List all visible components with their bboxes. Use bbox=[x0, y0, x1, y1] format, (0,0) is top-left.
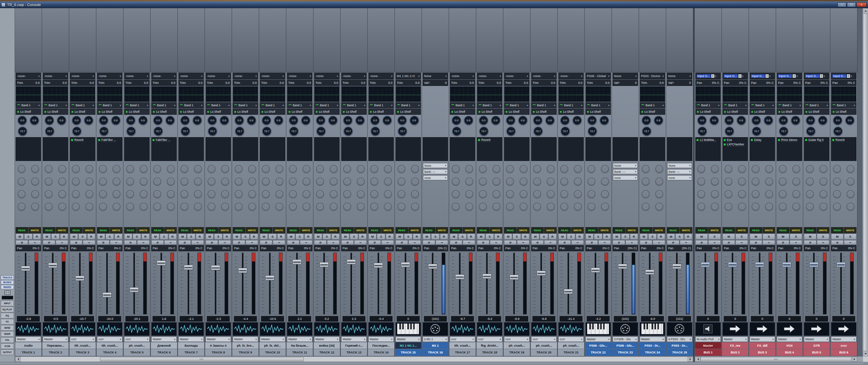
channel-name[interactable]: M1 1 bbox=[422, 342, 448, 349]
send-knob[interactable] bbox=[275, 203, 283, 211]
interleave-button[interactable]: ∞ bbox=[408, 240, 421, 245]
automation-write-button[interactable]: WRITE bbox=[817, 227, 829, 233]
send-knob[interactable] bbox=[303, 190, 310, 198]
send-knob[interactable] bbox=[398, 165, 405, 173]
gain-control[interactable]: Trim 0.0 bbox=[585, 80, 611, 86]
strip-size-grid-icon[interactable] bbox=[4, 290, 11, 295]
send-knob[interactable] bbox=[384, 178, 392, 185]
solo-button[interactable]: S bbox=[404, 234, 412, 240]
output-selector[interactable]: cccr ▾ bbox=[531, 336, 557, 342]
send-knob[interactable] bbox=[153, 178, 161, 185]
send-knob[interactable] bbox=[819, 178, 827, 185]
gain-control[interactable]: Trim 0.0 bbox=[287, 80, 312, 86]
channel-number[interactable]: TRACK 13 bbox=[341, 349, 367, 356]
eq-plot[interactable] bbox=[477, 86, 502, 102]
send-knob[interactable] bbox=[779, 178, 787, 185]
channel-number[interactable]: TRACK 4 bbox=[97, 349, 123, 356]
eq-plot[interactable] bbox=[314, 86, 340, 102]
automation-write-button[interactable]: WRITE bbox=[83, 227, 95, 233]
pan-control[interactable]: Pan 0% C bbox=[777, 245, 802, 251]
eq-enable-checkbox[interactable] bbox=[505, 111, 508, 113]
channel-name[interactable]: PS03 - Dr... bbox=[667, 342, 693, 349]
send-knob[interactable] bbox=[343, 190, 351, 198]
send-knob[interactable] bbox=[167, 165, 175, 173]
eq-gain-knob[interactable]: 0.0 bbox=[99, 116, 108, 125]
automation-read-button[interactable]: READ bbox=[206, 227, 218, 233]
eq-gain-knob[interactable]: 0.0 bbox=[560, 116, 570, 125]
send-knob[interactable] bbox=[725, 165, 732, 173]
fx-bin[interactable] bbox=[206, 137, 231, 161]
arm-button[interactable]: R bbox=[413, 234, 421, 240]
send-knob[interactable] bbox=[806, 165, 814, 173]
arm-button[interactable]: R bbox=[169, 234, 177, 240]
eq-freq-knob[interactable]: 79.7 bbox=[127, 127, 136, 136]
mute-button[interactable]: M bbox=[450, 234, 458, 240]
fx-enable-led-icon[interactable] bbox=[805, 139, 807, 141]
automation-write-button[interactable]: WRITE bbox=[408, 227, 421, 233]
pan-control[interactable]: Pan 0% C bbox=[396, 245, 421, 251]
solo-button[interactable]: S bbox=[431, 234, 439, 240]
send-knob[interactable] bbox=[479, 178, 487, 185]
send-knob[interactable] bbox=[711, 190, 719, 198]
channel-number[interactable]: TRACK 7 bbox=[178, 349, 204, 356]
send-knob[interactable] bbox=[601, 178, 609, 185]
eq-gain-knob[interactable]: 0.0 bbox=[806, 116, 815, 125]
eq-filter-selector[interactable]: Lo Shelf bbox=[804, 109, 829, 115]
eq-q-knob[interactable]: 0.6 bbox=[111, 116, 120, 125]
mute-button[interactable]: M bbox=[151, 234, 159, 240]
channel-name[interactable]: ph_crash... bbox=[504, 342, 530, 349]
volume-fader[interactable] bbox=[21, 266, 30, 271]
eq-q-knob[interactable]: 0.6 bbox=[764, 116, 773, 125]
send-knob[interactable] bbox=[58, 203, 66, 211]
channel-name[interactable]: FX_rev bbox=[722, 342, 748, 349]
eq-gain-knob[interactable]: 0.0 bbox=[343, 116, 352, 125]
phase-button[interactable]: Ø bbox=[97, 240, 110, 245]
eq-enable-checkbox[interactable] bbox=[697, 111, 699, 113]
channel-name[interactable]: война (34) bbox=[314, 342, 340, 349]
phase-button[interactable]: Ø bbox=[260, 240, 272, 245]
channel-number[interactable]: TRACK 10 bbox=[259, 349, 286, 356]
automation-write-button[interactable]: WRITE bbox=[164, 227, 177, 233]
input-selector[interactable]: -none- ▾ bbox=[43, 73, 68, 79]
gain-control[interactable]: Pan 0% C bbox=[831, 80, 856, 86]
eq-q-knob[interactable]: 0.6 bbox=[518, 116, 527, 125]
phase-button[interactable]: Ø bbox=[558, 240, 571, 245]
channel-name[interactable]: Audio bbox=[15, 342, 41, 349]
automation-read-button[interactable]: READ bbox=[640, 227, 652, 233]
output-selector[interactable]: Master ▾ bbox=[396, 336, 421, 342]
output-selector[interactable]: 2-M1 1 ▾ bbox=[423, 336, 448, 342]
send-knob[interactable] bbox=[357, 203, 365, 211]
send-knob[interactable] bbox=[316, 203, 324, 211]
midi-bank-patch-widget[interactable]: None▾ bbox=[667, 163, 692, 168]
fx-bin[interactable]: Reverb bbox=[831, 137, 856, 161]
send-knob[interactable] bbox=[140, 178, 148, 185]
input-selector[interactable]: None ▾ bbox=[613, 73, 638, 79]
mute-button[interactable]: M bbox=[585, 234, 594, 240]
fx-bin[interactable]: FabFilter ... bbox=[151, 137, 177, 161]
output-selector[interactable]: Master ▾ bbox=[260, 336, 285, 342]
send-knob[interactable] bbox=[194, 190, 202, 198]
automation-read-button[interactable]: READ bbox=[287, 227, 300, 233]
automation-read-button[interactable]: READ bbox=[396, 227, 408, 233]
channel-name[interactable]: ph_crash... bbox=[124, 342, 150, 349]
phase-button[interactable]: Ø bbox=[341, 240, 354, 245]
mute-button[interactable]: M bbox=[396, 234, 404, 240]
send-knob[interactable] bbox=[316, 190, 324, 198]
fx-enable-led-icon[interactable] bbox=[71, 139, 73, 141]
input-selector[interactable]: -none- ▾ bbox=[287, 73, 312, 79]
interleave-button[interactable]: ∞ bbox=[544, 240, 557, 245]
solo-button[interactable]: S bbox=[24, 234, 32, 240]
send-knob[interactable] bbox=[58, 178, 66, 185]
pan-control[interactable]: Pan 0% C bbox=[151, 245, 177, 251]
eq-q-knob[interactable]: 0.6 bbox=[845, 116, 854, 125]
interleave-button[interactable]: ∞ bbox=[300, 240, 312, 245]
eq-band-selector[interactable]: Band 1 ▾ bbox=[450, 102, 475, 108]
channel-number[interactable]: BUS 1 bbox=[695, 349, 721, 356]
input-selector[interactable]: PS06 - Global ▾ bbox=[585, 73, 611, 79]
phase-button[interactable]: Ø bbox=[287, 240, 300, 245]
automation-write-button[interactable]: WRITE bbox=[354, 227, 367, 233]
send-knob[interactable] bbox=[642, 190, 650, 198]
eq-enable-checkbox[interactable] bbox=[805, 111, 808, 113]
send-knob[interactable] bbox=[533, 178, 541, 185]
send-knob[interactable] bbox=[587, 190, 595, 198]
